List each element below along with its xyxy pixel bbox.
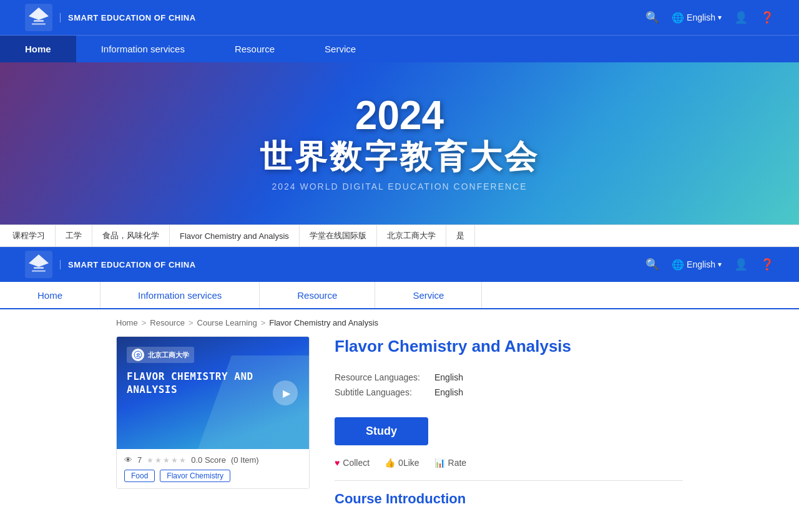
language-selector[interactable]: 🌐 English ▾ xyxy=(672,12,722,24)
second-site-title: SMART EDUCATION OF CHINA xyxy=(60,260,196,269)
second-chevron-down-icon: ▾ xyxy=(718,260,722,269)
svg-text:北: 北 xyxy=(135,352,141,357)
breadcrumb-sep-2: > xyxy=(189,318,194,327)
divider xyxy=(335,480,683,481)
tag-flavor-chemistry[interactable]: Flavor Chemistry xyxy=(160,470,230,482)
eye-icon: 👁 xyxy=(124,455,132,465)
hero-year: 2024 xyxy=(260,95,539,135)
second-nav-information-services[interactable]: Information services xyxy=(100,282,260,308)
breadcrumb-scroll-bar: 课程学习 工学 食品，风味化学 Flavor Chemistry and Ana… xyxy=(0,225,799,247)
star-4[interactable]: ★ xyxy=(171,456,178,465)
second-language-selector[interactable]: 🌐 English ▾ xyxy=(672,259,722,271)
second-search-icon[interactable]: 🔍 xyxy=(645,258,659,271)
chevron-down-icon: ▾ xyxy=(718,13,722,22)
hero-title-en: 2024 WORLD DIGITAL EDUCATION CONFERENCE xyxy=(260,181,539,191)
second-help-icon[interactable]: ❓ xyxy=(760,258,774,271)
course-tags: Food Flavor Chemistry xyxy=(124,470,301,482)
logo-icon xyxy=(25,4,52,31)
nav-home[interactable]: Home xyxy=(0,36,76,62)
globe-icon: 🌐 xyxy=(672,12,684,24)
nav-service[interactable]: Service xyxy=(300,36,381,62)
university-badge: 北 北京工商大学 xyxy=(127,347,194,363)
course-meta: 👁 7 ★ ★ ★ ★ ★ 0.0 Score (0 Item) Food Fl… xyxy=(117,449,309,488)
play-button[interactable]: ▶ xyxy=(273,380,298,405)
breadcrumb-bar-item[interactable]: 学堂在线国际版 xyxy=(300,225,377,247)
svg-rect-2 xyxy=(34,20,44,22)
rate-icon: 📊 xyxy=(434,458,445,468)
lang-label: English xyxy=(687,12,715,22)
second-header-actions: 🔍 🌐 English ▾ 👤 ❓ xyxy=(645,258,774,271)
course-thumbnail: 北 北京工商大学 FLAVOR CHEMISTRY ANDANALYSIS ▶ xyxy=(117,337,310,449)
star-2[interactable]: ★ xyxy=(155,456,162,465)
resource-lang-value: English xyxy=(434,372,463,382)
course-card: 北 北京工商大学 FLAVOR CHEMISTRY ANDANALYSIS ▶ … xyxy=(116,336,310,489)
star-1[interactable]: ★ xyxy=(147,456,154,465)
course-detail: Flavor Chemistry and Analysis Resource L… xyxy=(335,336,683,507)
breadcrumb-bar-inner: 课程学习 工学 食品，风味化学 Flavor Chemistry and Ana… xyxy=(0,225,483,247)
second-header: SMART EDUCATION OF CHINA 🔍 🌐 English ▾ 👤… xyxy=(0,247,799,282)
hero-content: 2024 世界数字教育大会 2024 WORLD DIGITAL EDUCATI… xyxy=(260,95,539,191)
second-nav-resource[interactable]: Resource xyxy=(260,282,375,308)
breadcrumb-bar-item[interactable]: 课程学习 xyxy=(7,225,56,247)
second-nav-service[interactable]: Service xyxy=(375,282,482,308)
breadcrumb-course-learning[interactable]: Course Learning xyxy=(197,318,257,327)
breadcrumb-bar-item[interactable]: 工学 xyxy=(56,225,92,247)
score-count: (0 Item) xyxy=(231,455,259,465)
breadcrumb-bar-item[interactable]: 是 xyxy=(446,225,475,247)
second-user-icon[interactable]: 👤 xyxy=(734,258,748,271)
thumb-icon: 👍 xyxy=(385,458,395,468)
view-count: 7 xyxy=(137,455,142,465)
rate-action[interactable]: 📊 Rate xyxy=(434,458,467,468)
university-logo: 北 xyxy=(132,349,144,361)
user-icon[interactable]: 👤 xyxy=(734,11,748,24)
course-stats: 👁 7 ★ ★ ★ ★ ★ 0.0 Score (0 Item) xyxy=(124,455,301,465)
second-lang-label: English xyxy=(687,259,715,269)
search-icon[interactable]: 🔍 xyxy=(645,11,659,24)
score-label: 0.0 Score xyxy=(191,455,226,465)
collect-action[interactable]: ♥ Collect xyxy=(335,458,370,468)
study-button[interactable]: Study xyxy=(335,417,428,445)
star-5[interactable]: ★ xyxy=(179,456,186,465)
rate-label: Rate xyxy=(448,458,467,468)
nav-resource[interactable]: Resource xyxy=(210,36,300,62)
star-3[interactable]: ★ xyxy=(163,456,170,465)
breadcrumb-resource[interactable]: Resource xyxy=(150,318,185,327)
breadcrumb-home[interactable]: Home xyxy=(116,318,138,327)
header-actions: 🔍 🌐 English ▾ 👤 ❓ xyxy=(645,11,774,24)
top-nav: Home Information services Resource Servi… xyxy=(0,35,799,62)
play-icon: ▶ xyxy=(283,387,290,399)
svg-rect-6 xyxy=(34,267,44,269)
svg-rect-7 xyxy=(32,270,46,272)
heart-icon: ♥ xyxy=(335,458,340,468)
second-nav: Home Information services Resource Servi… xyxy=(0,282,799,309)
breadcrumb-bar-item[interactable]: 北京工商大学 xyxy=(377,225,446,247)
subtitle-lang-label: Subtitle Languages: xyxy=(335,387,434,397)
subtitle-lang-row: Subtitle Languages: English xyxy=(335,387,683,397)
second-logo-icon xyxy=(25,251,52,278)
breadcrumb-sep-1: > xyxy=(142,318,147,327)
course-title: Flavor Chemistry and Analysis xyxy=(335,336,683,357)
second-logo-area: SMART EDUCATION OF CHINA xyxy=(25,251,196,278)
help-icon[interactable]: ❓ xyxy=(760,11,774,24)
main-content: 北 北京工商大学 FLAVOR CHEMISTRY ANDANALYSIS ▶ … xyxy=(0,336,799,532)
breadcrumb-current: Flavor Chemistry and Analysis xyxy=(269,318,378,327)
breadcrumb-bar-item[interactable]: Flavor Chemistry and Analysis xyxy=(170,225,300,247)
breadcrumb-bar-item[interactable]: 食品，风味化学 xyxy=(92,225,170,247)
hero-title-zh: 世界数字教育大会 xyxy=(260,135,539,179)
action-row: ♥ Collect 👍 0Like 📊 Rate xyxy=(335,458,683,468)
logo-area: SMART EDUCATION OF CHINA xyxy=(25,4,196,31)
site-title: SMART EDUCATION OF CHINA xyxy=(60,13,196,22)
second-nav-home[interactable]: Home xyxy=(0,282,100,308)
like-action[interactable]: 👍 0Like xyxy=(385,458,419,468)
course-thumb-title: FLAVOR CHEMISTRY ANDANALYSIS xyxy=(127,370,253,397)
star-rating: ★ ★ ★ ★ ★ xyxy=(147,456,186,465)
like-label: 0Like xyxy=(398,458,419,468)
course-intro-label: Course Introduction xyxy=(335,491,683,507)
breadcrumb-sep-3: > xyxy=(261,318,266,327)
svg-rect-3 xyxy=(32,23,46,25)
subtitle-lang-value: English xyxy=(434,387,463,397)
second-globe-icon: 🌐 xyxy=(672,259,684,271)
hero-banner: 2024 世界数字教育大会 2024 WORLD DIGITAL EDUCATI… xyxy=(0,62,799,225)
tag-food[interactable]: Food xyxy=(124,470,155,482)
nav-information-services[interactable]: Information services xyxy=(76,36,210,62)
